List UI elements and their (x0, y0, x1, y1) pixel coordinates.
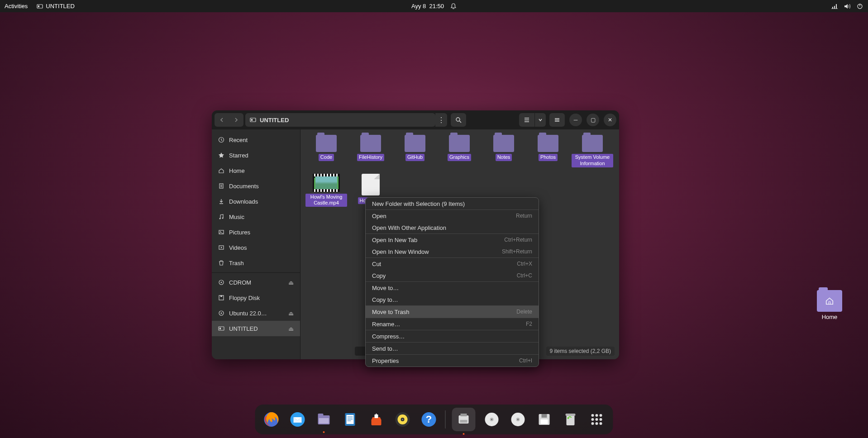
eject-icon[interactable]: ⏏ (288, 310, 294, 317)
svg-point-35 (402, 419, 403, 420)
svg-point-60 (596, 422, 598, 425)
menu-item-open-in-new-window[interactable]: Open In New WindowShift+Return (366, 246, 539, 257)
dock-floppy[interactable] (534, 409, 554, 429)
power-icon[interactable] (856, 3, 863, 10)
menu-item-rename[interactable]: Rename…F2 (366, 318, 539, 330)
menu-item-open-with-other-application[interactable]: Open With Other Application (366, 222, 539, 233)
maximize-button[interactable]: ▢ (587, 114, 599, 126)
path-menu-button[interactable]: ⋮ (435, 113, 447, 127)
path-bar[interactable]: UNTITLED (245, 113, 435, 127)
titlebar: UNTITLED ⋮ ─ ▢ ✕ (212, 110, 619, 129)
menu-item-move-to-trash[interactable]: Move to TrashDelete (366, 306, 539, 318)
folder-icon (538, 135, 558, 152)
dock-files[interactable] (314, 409, 334, 429)
sidebar-device-untitled[interactable]: UNTITLED⏏ (212, 321, 300, 336)
svg-rect-0 (37, 5, 43, 8)
network-icon[interactable] (831, 3, 838, 10)
dock-writer[interactable] (340, 409, 360, 429)
sidebar-item-trash[interactable]: Trash (212, 255, 300, 271)
svg-rect-5 (250, 118, 256, 122)
sidebar-device-floppy-disk[interactable]: Floppy Disk (212, 290, 300, 305)
dock-apps-grid[interactable] (587, 409, 607, 429)
downloads-icon (218, 198, 224, 205)
search-button[interactable] (451, 113, 466, 127)
svg-rect-19 (220, 295, 222, 297)
dock-software[interactable] (367, 409, 386, 429)
dock-disc-2[interactable] (508, 409, 528, 429)
dock-usb-drive[interactable] (452, 408, 476, 431)
sidebar-item-recent[interactable]: Recent (212, 132, 300, 148)
menu-shortcut: Return (516, 213, 532, 219)
dock-trash[interactable] (561, 409, 581, 429)
sidebar-item-downloads[interactable]: Downloads (212, 194, 300, 209)
svg-text:?: ? (426, 414, 432, 425)
sidebar-item-label: Trash (229, 260, 244, 267)
sidebar-item-videos[interactable]: Videos (212, 240, 300, 255)
svg-rect-1 (38, 5, 39, 7)
hamburger-menu-button[interactable] (549, 113, 565, 127)
volume-icon[interactable] (844, 3, 851, 10)
sidebar-item-pictures[interactable]: Pictures (212, 224, 300, 240)
sidebar-item-label: Starred (229, 152, 248, 159)
file-item[interactable]: Photos (526, 135, 570, 167)
menu-item-copy[interactable]: CopyCtrl+C (366, 270, 539, 281)
dock-disc-1[interactable] (482, 409, 502, 429)
eject-icon[interactable]: ⏏ (288, 325, 294, 332)
menu-item-new-folder-with-selection-9-items[interactable]: New Folder with Selection (9 Items) (366, 198, 539, 209)
svg-rect-51 (566, 414, 576, 416)
app-menu[interactable]: UNTITLED (37, 3, 75, 10)
file-item[interactable]: GitHub (393, 135, 437, 167)
clock-date[interactable]: Ауу 8 21:50 (411, 3, 444, 10)
view-list-button[interactable] (519, 113, 534, 127)
menu-item-open[interactable]: OpenReturn (366, 210, 539, 222)
app-name: UNTITLED (46, 3, 75, 10)
dock-help[interactable]: ? (419, 409, 439, 429)
menu-item-move-to[interactable]: Move to… (366, 282, 539, 294)
view-dropdown-button[interactable] (535, 113, 546, 127)
desktop-home-folder[interactable]: Home (814, 290, 845, 320)
minimize-button[interactable]: ─ (569, 114, 582, 126)
menu-item-properties[interactable]: PropertiesCtrl+I (366, 355, 539, 367)
file-item[interactable]: FileHistory (348, 135, 393, 167)
menu-item-cut[interactable]: CutCtrl+X (366, 258, 539, 270)
dock-thunderbird[interactable] (288, 409, 308, 429)
dock-firefox[interactable] (262, 409, 281, 429)
sidebar-device-cdrom[interactable]: CDROM⏏ (212, 275, 300, 290)
sidebar-device-ubuntu-22-0-[interactable]: Ubuntu 22.0…⏏ (212, 305, 300, 321)
dock-rhythmbox[interactable] (393, 409, 413, 429)
svg-rect-27 (318, 414, 324, 416)
file-item[interactable]: Notes (482, 135, 526, 167)
path-label: UNTITLED (260, 117, 289, 124)
notification-icon[interactable] (450, 3, 457, 10)
trash-icon (218, 260, 224, 266)
running-indicator (463, 433, 465, 435)
menu-item-compress[interactable]: Compress… (366, 330, 539, 342)
activities-button[interactable]: Activities (5, 3, 28, 10)
forward-button[interactable] (229, 113, 243, 127)
file-item[interactable]: Graphics (437, 135, 482, 167)
item-label: Code (319, 154, 334, 161)
svg-point-21 (221, 313, 222, 314)
svg-point-54 (596, 414, 598, 417)
back-button[interactable] (215, 113, 229, 127)
eject-icon[interactable]: ⏏ (288, 279, 294, 286)
menu-item-open-in-new-tab[interactable]: Open In New TabCtrl+Return (366, 234, 539, 246)
sidebar-item-starred[interactable]: Starred (212, 148, 300, 163)
file-item[interactable]: Code (304, 135, 348, 167)
menu-item-copy-to[interactable]: Copy to… (366, 294, 539, 305)
file-item[interactable]: Howl's Moving Castle.mp4 (304, 174, 348, 207)
menu-item-label: Move to… (372, 285, 399, 291)
menu-item-send-to[interactable]: Send to… (366, 343, 539, 354)
sidebar-item-label: Floppy Disk (229, 295, 260, 301)
menu-item-label: Open (372, 213, 386, 219)
svg-point-7 (456, 118, 460, 121)
menu-item-label: Open In New Tab (372, 237, 417, 243)
sidebar-item-music[interactable]: Music (212, 209, 300, 224)
file-item[interactable]: System Volume Information (570, 135, 615, 167)
svg-line-8 (459, 121, 461, 123)
item-label: GitHub (405, 154, 424, 161)
svg-rect-48 (542, 414, 547, 418)
sidebar-item-documents[interactable]: Documents (212, 178, 300, 194)
sidebar-item-home[interactable]: Home (212, 163, 300, 178)
close-button[interactable]: ✕ (604, 114, 616, 126)
